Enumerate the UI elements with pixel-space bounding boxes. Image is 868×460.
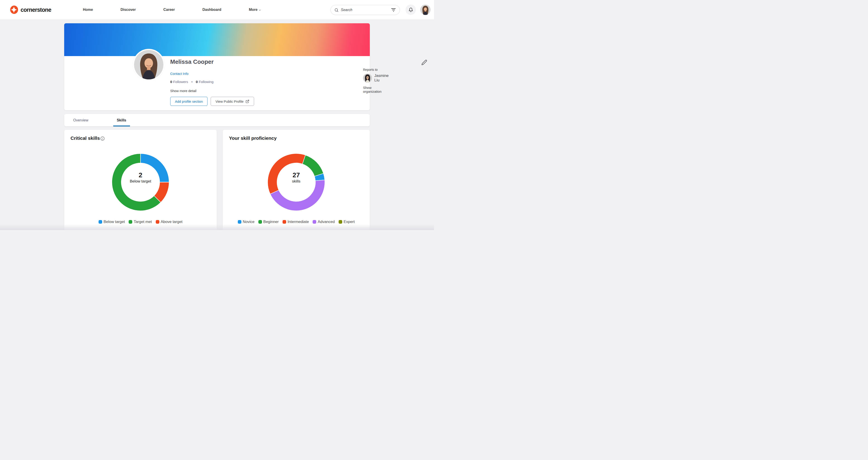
legend-swatch-novice xyxy=(238,220,241,224)
nav-item-more-label: More xyxy=(249,8,257,12)
followers-label[interactable]: Followers xyxy=(173,80,188,84)
brand-name: cornerstone xyxy=(21,6,51,13)
search-icon xyxy=(334,8,339,12)
critical-skills-donut: 2 Below target xyxy=(109,151,172,213)
notifications-button[interactable] xyxy=(405,4,416,15)
legend-item-beginner[interactable]: Beginner xyxy=(258,220,279,224)
nav-item-home[interactable]: Home xyxy=(83,8,93,12)
critical-skills-legend: Below targetTarget metAbove target xyxy=(64,220,217,224)
legend-swatch-below-target xyxy=(98,220,102,224)
critical-skills-card: Critical skills 2 Below target Below tar… xyxy=(64,130,217,230)
cornerstone-logo-icon xyxy=(10,5,18,14)
legend-label: Above target xyxy=(161,220,182,224)
legend-item-novice[interactable]: Novice xyxy=(238,220,254,224)
legend-label: Expert xyxy=(344,220,355,224)
manager-avatar xyxy=(363,74,372,83)
profile-card: Melissa Cooper Contact Info 0 Followers … xyxy=(64,23,370,110)
stats-separator: • xyxy=(191,80,193,84)
page: { "header": { "brand": "cornerstone", "n… xyxy=(0,0,434,230)
following-label[interactable]: Following xyxy=(199,80,213,84)
legend-label: Novice xyxy=(243,220,254,224)
followers-count: 0 xyxy=(170,80,172,84)
reports-to-label: Reports to xyxy=(363,68,389,71)
chevron-down-icon xyxy=(258,9,261,11)
edit-profile-button[interactable] xyxy=(421,59,428,66)
legend-swatch-advanced xyxy=(313,220,316,224)
critical-skills-title: Critical skills xyxy=(70,136,100,141)
legend-label: Beginner xyxy=(264,220,279,224)
donut-slice-below-target[interactable] xyxy=(141,153,169,182)
view-public-profile-label: View Public Profile xyxy=(215,99,243,103)
legend-item-expert[interactable]: Expert xyxy=(339,220,355,224)
top-nav-bar: cornerstone Home Discover Career Dashboa… xyxy=(0,0,434,20)
skill-proficiency-title: Your skill proficiency xyxy=(229,136,277,141)
main-nav: Home Discover Career Dashboard More xyxy=(83,8,289,12)
legend-item-advanced[interactable]: Advanced xyxy=(313,220,335,224)
donut-slice-intermediate[interactable] xyxy=(268,153,305,194)
avatar xyxy=(134,50,163,79)
global-search xyxy=(331,5,400,15)
pencil-icon xyxy=(421,59,427,65)
active-tab-indicator xyxy=(113,125,130,126)
legend-swatch-above-target xyxy=(156,220,159,224)
donut-slice-advanced[interactable] xyxy=(270,180,325,211)
legend-item-below-target[interactable]: Below target xyxy=(98,220,125,224)
legend-label: Advanced xyxy=(318,220,335,224)
legend-swatch-intermediate xyxy=(283,220,286,224)
add-profile-section-button[interactable]: Add profile section xyxy=(170,97,208,106)
info-icon[interactable] xyxy=(100,136,105,141)
follow-stats: 0 Followers • 0 Following xyxy=(170,80,214,84)
profile-name: Melissa Cooper xyxy=(170,58,214,65)
manager-row[interactable]: Jasmine Liu xyxy=(363,74,389,83)
profile-actions: Add profile section View Public Profile xyxy=(170,97,254,106)
nav-item-career[interactable]: Career xyxy=(163,8,175,12)
nav-item-dashboard[interactable]: Dashboard xyxy=(202,8,221,12)
external-link-icon xyxy=(246,99,249,103)
legend-swatch-expert xyxy=(339,220,342,224)
legend-item-above-target[interactable]: Above target xyxy=(156,220,182,224)
contact-info-link[interactable]: Contact Info xyxy=(170,72,188,76)
legend-item-intermediate[interactable]: Intermediate xyxy=(283,220,309,224)
legend-label: Intermediate xyxy=(287,220,309,224)
donut-slice-beginner[interactable] xyxy=(303,155,323,176)
show-more-detail-link[interactable]: Show more detail xyxy=(170,89,196,93)
skill-proficiency-card: Your skill proficiency 27 skills NoviceB… xyxy=(223,130,370,230)
avatar xyxy=(420,4,431,15)
user-menu-avatar[interactable] xyxy=(420,4,431,15)
avatar xyxy=(363,74,372,83)
nav-item-more[interactable]: More xyxy=(249,8,261,12)
tab-overview[interactable]: Overview xyxy=(72,114,90,126)
following-count: 0 xyxy=(196,80,198,84)
profile-banner xyxy=(64,23,370,56)
legend-swatch-target-met xyxy=(129,220,132,224)
profile-tabs: Overview Skills xyxy=(64,114,370,126)
profile-avatar[interactable] xyxy=(133,49,164,81)
reports-to-section: Reports to Jasmine Liu Show organization xyxy=(363,68,389,93)
nav-item-discover[interactable]: Discover xyxy=(121,8,136,12)
legend-item-target-met[interactable]: Target met xyxy=(129,220,152,224)
bell-icon xyxy=(408,7,413,12)
view-public-profile-button[interactable]: View Public Profile xyxy=(211,97,254,106)
cornerstone-logo[interactable]: cornerstone xyxy=(10,5,51,14)
tab-overview-label: Overview xyxy=(73,118,88,122)
show-organization-link[interactable]: Show organization xyxy=(363,86,389,93)
legend-label: Target met xyxy=(133,220,152,224)
tab-skills-label: Skills xyxy=(117,118,126,122)
skill-proficiency-donut: 27 skills xyxy=(265,151,328,213)
legend-label: Below target xyxy=(103,220,125,224)
search-filter-icon[interactable] xyxy=(391,7,397,13)
tab-skills[interactable]: Skills xyxy=(116,114,128,126)
legend-swatch-beginner xyxy=(258,220,262,224)
search-input[interactable] xyxy=(341,8,391,12)
manager-name: Jasmine Liu xyxy=(374,74,389,83)
skill-proficiency-legend: NoviceBeginnerIntermediateAdvancedExpert xyxy=(223,220,370,224)
